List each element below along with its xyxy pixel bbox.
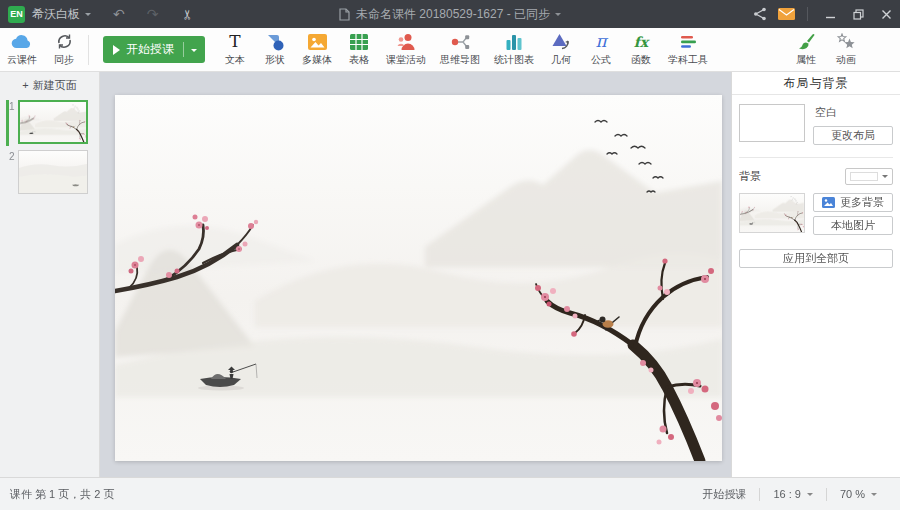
titlebar-divider [807,7,808,21]
tool-formula[interactable]: π 公式 [581,28,621,71]
tool-stat-chart[interactable]: 统计图表 [487,28,541,71]
animation-stars-icon [836,32,856,51]
redo-icon[interactable]: ↷ [147,7,159,21]
statusbar-start-teaching[interactable]: 开始授课 [689,478,759,510]
toolbar: 云课件 同步 开始授课 T 文本 [0,28,900,72]
function-icon: fx [634,32,648,51]
tool-multimedia[interactable]: 多媒体 [295,28,339,71]
app-window: EN 希沃白板 ↶ ↷ ✂ 未命名课件 20180529-1627 - 已同步 [0,0,900,510]
start-teaching-button[interactable]: 开始授课 [103,36,205,63]
animation-button[interactable]: 动画 [826,28,866,71]
shapes-icon [266,32,285,51]
restore-button[interactable] [844,0,872,28]
table-icon [350,32,368,51]
page-sidebar: + 新建页面 1 2 [0,72,100,477]
properties-button[interactable]: 属性 [786,28,826,71]
image-icon [822,197,835,208]
subject-tools-icon [680,32,697,51]
geometry-icon [552,32,571,51]
change-layout-button[interactable]: 更改布局 [813,126,893,145]
tool-table[interactable]: 表格 [339,28,379,71]
play-icon [113,45,120,55]
text-icon: T [229,32,240,51]
aspect-ratio-selector[interactable]: 16 : 9 [760,478,826,510]
undo-icon[interactable]: ↶ [113,7,125,21]
page-thumbnail-1: 1 [0,100,99,144]
background-color-dropdown[interactable] [845,168,893,185]
zoom-caret-icon [871,493,877,499]
slide-canvas[interactable] [115,95,722,461]
layout-name: 空白 [815,105,893,120]
panel-title: 布局与背景 [732,72,900,95]
sync-status-caret-icon[interactable] [555,13,561,19]
tool-text[interactable]: T 文本 [215,28,255,71]
mind-map-icon [451,32,470,51]
local-image-button[interactable]: 本地图片 [813,216,893,235]
page-2-thumb[interactable] [18,150,88,194]
share-icon[interactable] [747,0,773,28]
toolbar-divider [88,35,89,65]
feedback-mail-icon[interactable] [773,0,799,28]
more-backgrounds-button[interactable]: 更多背景 [813,193,893,212]
zoom-selector[interactable]: 70 % [827,478,890,510]
minimize-button[interactable] [816,0,844,28]
stat-chart-icon [506,32,522,51]
apply-to-all-pages-button[interactable]: 应用到全部页 [739,249,893,268]
tool-function[interactable]: fx 函数 [621,28,661,71]
new-page-button[interactable]: + 新建页面 [0,76,99,94]
app-menu-caret-icon[interactable] [85,13,91,19]
titlebar: EN 希沃白板 ↶ ↷ ✂ 未命名课件 20180529-1627 - 已同步 [0,0,900,28]
tool-class-activity[interactable]: 课堂活动 [379,28,433,71]
background-label: 背景 [739,169,761,184]
start-teaching-caret-icon[interactable] [191,49,197,55]
app-name-menu[interactable]: 希沃白板 [32,6,80,23]
multimedia-icon [308,32,327,51]
sync-button[interactable]: 同步 [44,28,84,71]
sync-icon [56,32,73,51]
page-thumbnail-2: 2 [0,150,99,194]
tool-mind-map[interactable]: 思维导图 [433,28,487,71]
tool-geometry[interactable]: 几何 [541,28,581,71]
document-icon [339,8,350,21]
page-info: 课件 第 1 页，共 2 页 [10,487,115,502]
plus-icon: + [22,79,28,91]
aspect-caret-icon [807,493,813,499]
cut-scissors-icon[interactable]: ✂ [180,9,195,20]
page-1-thumb[interactable] [18,100,88,144]
app-logo: EN [8,6,25,23]
layout-background-panel: 布局与背景 空白 更改布局 背景 [731,72,900,477]
close-button[interactable] [872,0,900,28]
background-preview[interactable] [739,193,805,233]
color-caret-icon [882,175,888,181]
cloud-icon [11,32,33,51]
tool-subject-tools[interactable]: 学科工具 [661,28,715,71]
color-swatch [850,172,878,181]
formula-icon: π [595,32,606,51]
layout-preview[interactable] [739,104,805,142]
canvas-workspace [100,72,731,477]
class-activity-icon [397,32,415,51]
cloud-courseware-button[interactable]: 云课件 [0,28,44,71]
main-area: + 新建页面 1 2 布局与背景 [0,72,900,477]
tool-shapes[interactable]: 形状 [255,28,295,71]
statusbar: 课件 第 1 页，共 2 页 开始授课 16 : 9 70 % [0,477,900,510]
panel-divider [739,157,893,158]
properties-brush-icon [797,32,815,51]
